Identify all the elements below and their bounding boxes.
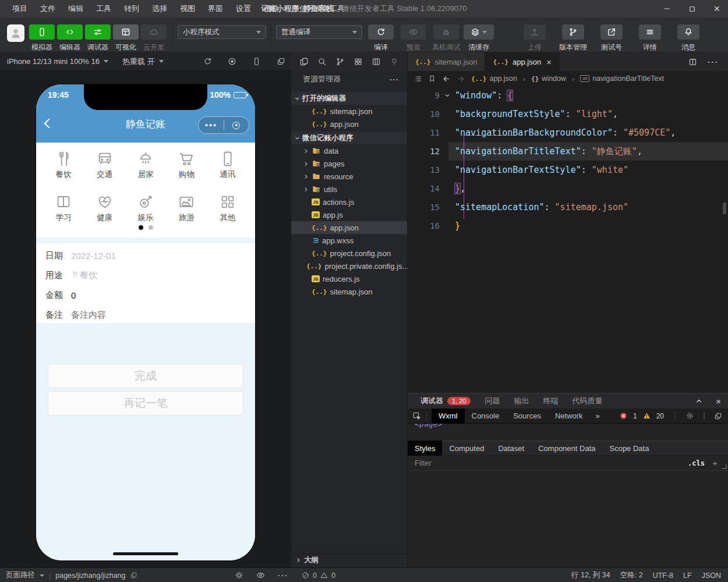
code-line-14[interactable]: 14 }, — [408, 179, 728, 198]
category-其他[interactable]: 其他 — [211, 193, 244, 223]
field-value[interactable]: 备注内容 — [71, 310, 106, 321]
git-icon[interactable] — [335, 57, 345, 66]
code-area[interactable]: 9 "window": {10 "backgroundTextStyle": "… — [408, 86, 728, 237]
可视化-button[interactable]: 可视化 — [112, 24, 140, 52]
tree-item-sitemap.json[interactable]: {..}sitemap.json — [291, 285, 407, 298]
编辑器-button[interactable]: 编辑器 — [56, 24, 84, 52]
styles-tab-Dataset[interactable]: Dataset — [491, 441, 531, 456]
menu-item-转到[interactable]: 转到 — [119, 2, 144, 16]
menu-item-界面[interactable]: 界面 — [203, 2, 228, 16]
field-value[interactable]: 0 — [71, 290, 76, 300]
undock-icon[interactable] — [714, 412, 722, 420]
tree-item-pages[interactable]: pages — [291, 157, 407, 170]
tree-item-utils[interactable]: utils — [291, 183, 407, 196]
compile-select[interactable]: 普通编译 — [276, 25, 362, 39]
debugger-tab-问题[interactable]: 问题 — [485, 396, 500, 406]
消息-button[interactable]: 消息 — [672, 24, 705, 52]
warning-badge-icon[interactable] — [643, 412, 651, 420]
devtools-tab-Console[interactable]: Console — [465, 409, 507, 424]
category-健康[interactable]: 健康 — [89, 193, 121, 223]
调试器-button[interactable]: 调试器 — [84, 24, 112, 52]
详情-button[interactable]: 详情 — [634, 24, 666, 52]
close-target-icon[interactable] — [224, 122, 249, 129]
open-editors-section[interactable]: 打开的编辑器 — [291, 92, 407, 105]
code-line-11[interactable]: 11 "navigationBarBackgroundColor": "#509… — [408, 123, 728, 142]
menu-item-设置[interactable]: 设置 — [231, 2, 256, 16]
debugger-tab-输出[interactable]: 输出 — [514, 396, 529, 406]
maximize-icon[interactable] — [688, 5, 696, 13]
form-row-备注[interactable]: 备注备注内容 — [45, 305, 255, 325]
collapse-panel-icon[interactable] — [695, 397, 703, 405]
finish-button[interactable]: 完成 — [48, 364, 243, 388]
close-panel-icon[interactable]: × — [716, 396, 721, 406]
tab-app.json[interactable]: {..}app.json× — [485, 52, 559, 71]
tree-item-project.private.config.js...[interactable]: {..}project.private.config.js... — [291, 260, 407, 272]
版本管理-button[interactable]: 版本管理 — [557, 24, 589, 52]
explorer-more-icon[interactable]: ··· — [390, 75, 399, 84]
mode-select[interactable]: 小程序模式 — [178, 25, 266, 39]
page-path-label[interactable]: 页面路径 — [6, 570, 35, 580]
board-icon[interactable] — [372, 57, 381, 66]
tree-item-data[interactable]: data — [291, 144, 407, 157]
more-icon[interactable]: ··· — [278, 572, 289, 580]
arrow-left-icon[interactable] — [442, 74, 451, 83]
tree-item-app.json[interactable]: {..}app.json — [291, 221, 407, 234]
devtools-tab-Network[interactable]: Network — [548, 409, 590, 424]
wxml-node[interactable]: <page> — [415, 424, 442, 428]
category-娱乐[interactable]: 娱乐 — [129, 193, 162, 223]
avatar[interactable] — [7, 24, 24, 42]
bookmark-icon[interactable] — [428, 74, 436, 83]
list-icon[interactable] — [414, 74, 422, 83]
filter-input[interactable]: Filter — [408, 459, 432, 467]
debugger-tab-终端[interactable]: 终端 — [543, 396, 558, 406]
kebab-menu-icon[interactable] — [700, 412, 708, 420]
close-tab-icon[interactable]: × — [546, 57, 552, 67]
device-select[interactable]: iPhone 12/13 mini 100% 16 — [7, 57, 108, 66]
new-style-rule-button[interactable]: + — [712, 458, 718, 468]
split-editor-icon[interactable] — [688, 58, 697, 66]
tree-item-app.js[interactable]: JSapp.js — [291, 208, 407, 221]
menu-item-视图[interactable]: 视图 — [175, 2, 200, 16]
styles-tab-Computed[interactable]: Computed — [442, 441, 491, 456]
category-学习[interactable]: 学习 — [47, 193, 80, 223]
error-badge-icon[interactable] — [620, 412, 627, 420]
debug-toggle-icon[interactable] — [235, 571, 243, 580]
category-通讯[interactable]: 通讯 — [211, 150, 244, 180]
tree-item-resource[interactable]: resource — [291, 170, 407, 183]
code-line-13[interactable]: 13 "navigationBarTextStyle": "white" — [408, 161, 728, 179]
files-icon[interactable] — [299, 57, 309, 66]
devtools-tab-Sources[interactable]: Sources — [506, 409, 548, 424]
code-line-15[interactable]: 15 "sitemapLocation": "sitemap.json" — [408, 198, 728, 217]
record-icon[interactable] — [228, 57, 236, 66]
miniapp-capsule[interactable]: ●●● — [198, 116, 249, 134]
menu-item-文件[interactable]: 文件 — [35, 2, 61, 16]
more-menu-icon[interactable]: ●●● — [199, 122, 224, 128]
copy-path-icon[interactable] — [130, 572, 137, 579]
category-餐饮[interactable]: 餐饮 — [47, 150, 80, 180]
outline-section[interactable]: 大纲 — [291, 553, 407, 566]
code-line-12[interactable]: 12 "navigationBarTitleText": "静鱼记账", — [408, 142, 728, 161]
close-icon[interactable]: × — [713, 3, 720, 15]
status-item[interactable]: 空格: 2 — [620, 570, 643, 580]
status-item[interactable]: UTF-8 — [653, 572, 673, 580]
styles-tab-Scope Data[interactable]: Scope Data — [602, 441, 656, 456]
code-line-9[interactable]: 9 "window": { — [408, 86, 728, 105]
category-交通[interactable]: 交通 — [89, 150, 121, 180]
category-居家[interactable]: 居家 — [129, 150, 162, 180]
status-item[interactable]: JSON — [702, 572, 721, 580]
styles-tab-Styles[interactable]: Styles — [408, 441, 442, 456]
open-file-app.json[interactable]: {..}app.json — [291, 118, 407, 130]
styles-tab-Component Data[interactable]: Component Data — [531, 441, 602, 456]
field-value[interactable]: 2022-12-01 — [71, 251, 116, 261]
tree-item-reducers.js[interactable]: JSreducers.js — [291, 272, 407, 285]
menu-item-编辑[interactable]: 编辑 — [63, 2, 89, 16]
plug-icon[interactable] — [390, 57, 399, 66]
breadcrumb-item-app.json[interactable]: {..}app.json — [471, 74, 517, 83]
search-icon[interactable] — [317, 57, 327, 66]
code-line-16[interactable]: 16} — [408, 217, 728, 235]
devtools-tab-Wxml[interactable]: Wxml — [432, 409, 465, 424]
visibility-icon[interactable] — [256, 571, 265, 580]
menu-item-项目[interactable]: 项目 — [7, 2, 33, 16]
category-旅游[interactable]: 旅游 — [170, 193, 203, 223]
fold-chevron-icon[interactable] — [440, 93, 455, 98]
